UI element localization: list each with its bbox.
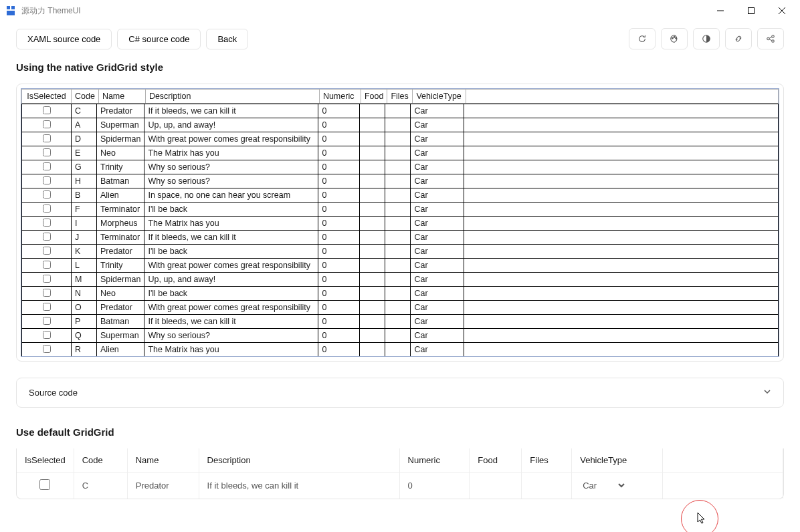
column-header[interactable]: Numeric	[319, 90, 361, 104]
palette-icon[interactable]	[661, 28, 688, 49]
vehicletype-select[interactable]: Car	[580, 480, 627, 491]
cell: Car	[411, 203, 464, 217]
column-header[interactable]: Code	[72, 90, 99, 104]
native-grid-card: IsSelectedCodeNameDescriptionNumericFood…	[16, 84, 784, 362]
table-row[interactable]: CPredatorIf it bleeds, we can kill it0Ca…	[22, 104, 779, 118]
close-button[interactable]	[767, 0, 797, 21]
cs-source-button[interactable]: C# source code	[117, 29, 201, 49]
cell	[385, 315, 411, 329]
table-row[interactable]: HBatmanWhy so serious?0Car	[22, 174, 779, 188]
table-row[interactable]: OPredatorWith great power comes great re…	[22, 301, 779, 315]
row-checkbox[interactable]	[43, 190, 51, 198]
column-header[interactable]: Food	[470, 448, 522, 473]
cell: 0	[318, 245, 360, 259]
cell: Neo	[97, 146, 144, 160]
table-row[interactable]: JTerminatorIf it bleeds, we can kill it0…	[22, 231, 779, 245]
column-header[interactable]: VehicleType	[413, 90, 466, 104]
row-checkbox[interactable]	[43, 247, 51, 255]
link-icon[interactable]	[725, 28, 752, 49]
row-checkbox[interactable]	[43, 303, 51, 311]
cell: 0	[318, 160, 360, 174]
cell	[464, 203, 779, 217]
row-checkbox[interactable]	[43, 162, 51, 170]
cell	[360, 343, 385, 357]
cell: 0	[318, 217, 360, 231]
cell	[22, 245, 72, 259]
table-row[interactable]: LTrinityWith great power comes great res…	[22, 259, 779, 273]
cell: Predator	[97, 245, 144, 259]
table-row[interactable]: FTerminatorI'll be back0Car	[22, 203, 779, 217]
table-row[interactable]: MSpidermanUp, up, and away!0Car	[22, 273, 779, 287]
table-row[interactable]: NNeoI'll be back0Car	[22, 287, 779, 301]
row-checkbox[interactable]	[43, 205, 51, 213]
cell	[385, 273, 411, 287]
column-header[interactable]: Code	[74, 448, 127, 473]
cell	[385, 104, 411, 118]
table-row[interactable]: QSupermanWhy so serious?0Car	[22, 329, 779, 343]
share-icon[interactable]	[757, 28, 784, 49]
cell: A	[72, 118, 97, 132]
native-grid[interactable]: IsSelectedCodeNameDescriptionNumericFood…	[21, 88, 779, 357]
cell: Car	[411, 231, 464, 245]
cell: Car	[411, 287, 464, 301]
column-header[interactable]: Files	[522, 448, 572, 473]
column-header[interactable]: Description	[199, 448, 399, 473]
table-row[interactable]: KPredatorI'll be back0Car	[22, 245, 779, 259]
table-row[interactable]: ENeoThe Matrix has you0Car	[22, 146, 779, 160]
table-row[interactable]: IMorpheusThe Matrix has you0Car	[22, 217, 779, 231]
maximize-button[interactable]	[736, 0, 767, 21]
back-button[interactable]: Back	[206, 29, 248, 49]
xaml-source-button[interactable]: XAML source code	[16, 29, 112, 49]
refresh-icon[interactable]	[629, 28, 656, 49]
row-checkbox[interactable]	[43, 148, 51, 156]
svg-point-8	[674, 37, 675, 38]
cell: Trinity	[97, 259, 144, 273]
row-checkbox[interactable]	[43, 134, 51, 142]
row-checkbox[interactable]	[43, 317, 51, 325]
column-header[interactable]: Description	[145, 90, 319, 104]
minimize-button[interactable]	[705, 0, 736, 21]
column-header[interactable]: Files	[387, 90, 413, 104]
table-row[interactable]: BAlienIn space, no one can hear you scre…	[22, 188, 779, 203]
row-checkbox[interactable]	[43, 331, 51, 339]
expander-label: Source code	[29, 388, 78, 398]
section2-title: Use default GridGrid	[16, 426, 784, 438]
column-header[interactable]: IsSelected	[22, 90, 72, 104]
cell	[22, 217, 72, 231]
row-checkbox[interactable]	[43, 345, 51, 353]
row-checkbox[interactable]	[43, 289, 51, 297]
cell: Terminator	[97, 203, 144, 217]
source-code-expander[interactable]: Source code	[16, 378, 784, 408]
row-checkbox[interactable]	[43, 233, 51, 241]
cell	[360, 118, 385, 132]
row-checkbox[interactable]	[43, 219, 51, 227]
table-row[interactable]: C Predator If it bleeds, we can kill it …	[17, 473, 783, 499]
table-row[interactable]: RAlienThe Matrix has you0Car	[22, 343, 779, 357]
cell: 0	[318, 132, 360, 146]
cell: If it bleeds, we can kill it	[144, 104, 318, 118]
row-checkbox[interactable]	[43, 176, 51, 184]
cell: Up, up, and away!	[144, 273, 318, 287]
row-checkbox[interactable]	[43, 275, 51, 283]
table-row[interactable]: GTrinityWhy so serious?0Car	[22, 160, 779, 174]
svg-line-14	[769, 37, 772, 38]
row-checkbox[interactable]	[43, 261, 51, 269]
cell	[464, 343, 779, 357]
column-header[interactable]: Numeric	[399, 448, 470, 473]
column-header[interactable]: Name	[127, 448, 199, 473]
table-row[interactable]: ASupermanUp, up, and away!0Car	[22, 118, 779, 132]
contrast-icon[interactable]	[693, 28, 720, 49]
cell-vehicletype[interactable]: Car	[572, 473, 663, 499]
cell: Terminator	[97, 231, 144, 245]
table-row[interactable]: DSpidermanWith great power comes great r…	[22, 132, 779, 146]
row-checkbox[interactable]	[43, 106, 51, 114]
table-row[interactable]: PBatmanIf it bleeds, we can kill it0Car	[22, 315, 779, 329]
column-header[interactable]: IsSelected	[17, 448, 74, 473]
row-checkbox[interactable]	[43, 120, 51, 128]
row-checkbox[interactable]	[39, 479, 50, 490]
column-header[interactable]: VehicleType	[572, 448, 663, 473]
column-header[interactable]: Name	[98, 90, 145, 104]
column-header[interactable]: Food	[361, 90, 387, 104]
cell	[360, 329, 385, 343]
default-grid[interactable]: IsSelectedCodeNameDescriptionNumericFood…	[17, 448, 783, 499]
